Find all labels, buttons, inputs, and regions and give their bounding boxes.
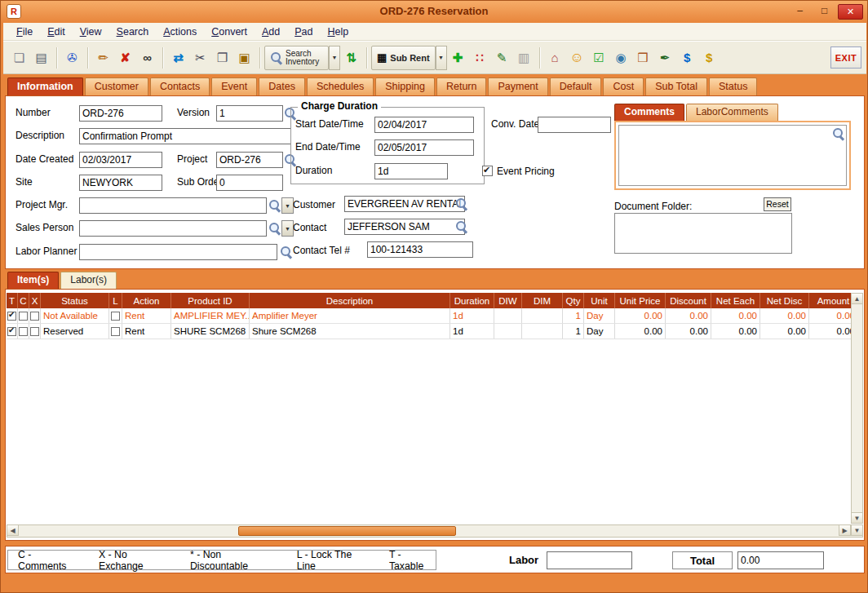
scroll-down-button[interactable]: ▼ bbox=[851, 512, 863, 524]
col-header-diw[interactable]: DIW bbox=[494, 293, 522, 308]
col-header-x[interactable]: X bbox=[29, 293, 41, 308]
col-header-unit-price[interactable]: Unit Price bbox=[615, 293, 666, 308]
col-header-discount[interactable]: Discount bbox=[666, 293, 711, 308]
tab-labors[interactable]: Labor(s) bbox=[60, 272, 117, 289]
menu-help[interactable]: Help bbox=[321, 24, 356, 39]
delete-button[interactable]: ✘ bbox=[114, 46, 136, 69]
t-checkbox[interactable] bbox=[7, 327, 16, 336]
edit-button[interactable]: ✏ bbox=[92, 46, 114, 69]
l-checkbox[interactable] bbox=[111, 327, 120, 336]
duration-input[interactable] bbox=[374, 163, 448, 179]
customer-input[interactable] bbox=[344, 196, 465, 212]
menu-actions[interactable]: Actions bbox=[157, 24, 203, 39]
col-header-unit[interactable]: Unit bbox=[584, 293, 615, 308]
project-input[interactable] bbox=[216, 152, 283, 168]
menu-view[interactable]: View bbox=[73, 24, 108, 39]
c-checkbox[interactable] bbox=[19, 312, 28, 321]
scroll-right-button[interactable]: ▶ bbox=[839, 524, 851, 536]
tab-contacts[interactable]: Contacts bbox=[150, 77, 210, 95]
vertical-scrollbar[interactable]: ▲ ▼ bbox=[851, 293, 863, 524]
event-pricing-checkbox[interactable] bbox=[482, 166, 493, 176]
search-inventory-dropdown[interactable]: ▼ bbox=[329, 46, 340, 70]
col-header-net-each[interactable]: Net Each bbox=[711, 293, 760, 308]
col-header-amount[interactable]: Amount bbox=[809, 293, 851, 308]
contact-input[interactable] bbox=[344, 219, 465, 235]
close-button[interactable]: ✕ bbox=[838, 4, 863, 20]
col-header-l[interactable]: L bbox=[109, 293, 122, 308]
labor-planner-input[interactable] bbox=[79, 244, 277, 260]
comments-textarea[interactable] bbox=[618, 125, 847, 186]
menu-pad[interactable]: Pad bbox=[288, 24, 319, 39]
col-header-action[interactable]: Action bbox=[122, 293, 171, 308]
conv-date-input[interactable] bbox=[538, 117, 611, 133]
add-button[interactable]: ✚ bbox=[447, 46, 469, 69]
col-header-t[interactable]: T bbox=[7, 293, 18, 308]
col-header-product-id[interactable]: Product ID bbox=[171, 293, 250, 308]
col-header-qty[interactable]: Qty bbox=[563, 293, 584, 308]
start-date-input[interactable] bbox=[374, 117, 474, 133]
end-date-input[interactable] bbox=[374, 139, 474, 156]
x-checkbox[interactable] bbox=[30, 312, 39, 321]
col-header-dim[interactable]: DIM bbox=[522, 293, 563, 308]
tab-default[interactable]: Default bbox=[550, 77, 602, 95]
col-header-duration[interactable]: Duration bbox=[450, 293, 494, 308]
scroll-left-button[interactable]: ◀ bbox=[7, 524, 19, 536]
checklist-button[interactable]: ☑ bbox=[588, 46, 610, 69]
print-button[interactable]: ▤ bbox=[30, 46, 52, 69]
col-header-net-disc[interactable]: Net Disc bbox=[760, 293, 809, 308]
contact-search-icon[interactable] bbox=[455, 220, 467, 232]
cut-button[interactable]: ✂ bbox=[189, 46, 211, 69]
wall-button[interactable]: ▥ bbox=[513, 46, 535, 69]
menu-file[interactable]: File bbox=[10, 24, 39, 39]
date-created-input[interactable] bbox=[79, 152, 162, 168]
tab-cost[interactable]: Cost bbox=[603, 77, 644, 95]
scroll-corner-button[interactable]: ▼ bbox=[851, 524, 863, 536]
horizontal-scrollbar[interactable]: ◀ ▶ ▼ bbox=[7, 524, 863, 538]
sub-orders-input[interactable] bbox=[216, 175, 283, 191]
col-header-c[interactable]: C bbox=[18, 293, 29, 308]
contact-tel-input[interactable] bbox=[367, 241, 473, 258]
menu-edit[interactable]: Edit bbox=[41, 24, 72, 39]
menu-add[interactable]: Add bbox=[255, 24, 286, 39]
sales-person-dropdown[interactable]: ▼ bbox=[281, 220, 294, 237]
x-checkbox[interactable] bbox=[30, 327, 39, 336]
c-checkbox[interactable] bbox=[19, 327, 28, 336]
money-transfer-button[interactable]: $ bbox=[676, 46, 698, 69]
tab-items[interactable]: Item(s) bbox=[7, 272, 59, 289]
sub-rent-button[interactable]: ▦ Sub Rent bbox=[371, 46, 436, 70]
version-input[interactable] bbox=[216, 105, 283, 122]
project-mgr-dropdown[interactable]: ▼ bbox=[281, 197, 294, 214]
tab-event[interactable]: Event bbox=[211, 77, 257, 95]
scroll-up-button[interactable]: ▲ bbox=[851, 293, 863, 304]
tab-status[interactable]: Status bbox=[709, 77, 757, 95]
search-inventory-button[interactable]: Search Inventory bbox=[264, 46, 329, 70]
edit-line-button[interactable]: ✎ bbox=[491, 46, 513, 69]
sales-person-input[interactable] bbox=[79, 220, 267, 237]
comments-search-icon[interactable] bbox=[832, 127, 844, 139]
tab-dates[interactable]: Dates bbox=[259, 77, 305, 95]
labor-planner-search-icon[interactable] bbox=[280, 246, 292, 258]
tab-payment[interactable]: Payment bbox=[488, 77, 547, 95]
menu-search[interactable]: Search bbox=[110, 24, 156, 39]
document-folder-box[interactable] bbox=[614, 213, 792, 254]
project-mgr-input[interactable] bbox=[79, 197, 267, 214]
tab-return[interactable]: Return bbox=[436, 77, 487, 95]
col-header-description[interactable]: Description bbox=[250, 293, 450, 308]
tab-labor-comments[interactable]: LaborComments bbox=[686, 104, 778, 121]
exit-button[interactable]: EXIT bbox=[830, 46, 861, 69]
sub-rent-dropdown[interactable]: ▼ bbox=[436, 46, 447, 70]
transfer-button[interactable]: ⇅ bbox=[340, 46, 362, 69]
reset-button[interactable]: Reset bbox=[764, 197, 791, 211]
new-document-button[interactable]: ❏ bbox=[8, 46, 30, 69]
l-checkbox[interactable] bbox=[111, 312, 120, 321]
cubes-button[interactable]: ❒ bbox=[632, 46, 654, 69]
save-button[interactable]: ✇ bbox=[61, 46, 83, 69]
table-row[interactable]: Reserved Rent SHURE SCM268 Shure SCM268 … bbox=[7, 324, 851, 339]
building-add-button[interactable]: ⌂ bbox=[544, 46, 566, 69]
tab-sub-total[interactable]: Sub Total bbox=[645, 77, 707, 95]
menu-convert[interactable]: Convert bbox=[205, 24, 254, 39]
table-row[interactable]: Not Available Rent AMPLIFIER MEY... Ampl… bbox=[7, 308, 851, 324]
find-button[interactable]: ∞ bbox=[136, 46, 158, 69]
tab-schedules[interactable]: Schedules bbox=[307, 77, 374, 95]
note-edit-button[interactable]: ✒ bbox=[654, 46, 676, 69]
